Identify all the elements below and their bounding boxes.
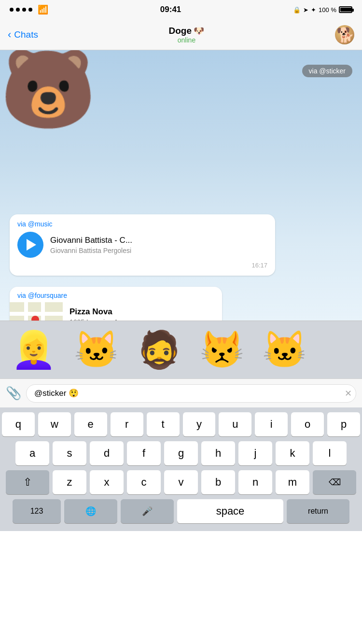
key-w[interactable]: w (38, 412, 71, 436)
status-bar: 📶 09:41 🔒 ➤ ✦ 100 % (0, 0, 362, 19)
key-e[interactable]: e (74, 412, 107, 436)
sticker-image: 🐻 (0, 50, 145, 152)
via-foursquare-label: via @foursquare (10, 287, 222, 302)
music-message: via @music Giovanni Battista - C... Giov… (10, 214, 275, 276)
key-h[interactable]: h (201, 441, 235, 465)
dot3 (22, 8, 26, 12)
bear-sticker-emoji: 🐻 (0, 50, 97, 127)
road-h1 (10, 312, 63, 316)
via-music-label: via @music (17, 220, 267, 228)
key-a[interactable]: a (15, 441, 49, 465)
nav-title: Doge 🐶 online (38, 26, 335, 44)
battery-label: 100 % (319, 6, 336, 14)
key-k[interactable]: k (276, 441, 309, 465)
key-y[interactable]: y (183, 412, 216, 436)
dot2 (16, 8, 20, 12)
key-v[interactable]: v (164, 470, 198, 494)
signal-dots (10, 8, 32, 12)
text-input-wrap: ✕ (26, 384, 356, 403)
keyboard: q w e r t y u i o p a s d f g h j k l ⇧ … (0, 407, 362, 531)
kb-row-4: 123 🌐 🎤 space return (2, 499, 360, 523)
foursquare-message: via @foursquare Pizza Nova 1605 Lemoine … (10, 287, 222, 321)
nav-bar: ‹ Chats Doge 🐶 online 🐕 (0, 19, 362, 50)
key-t[interactable]: t (147, 412, 180, 436)
music-info: Giovanni Battista - C... Giovanni Battis… (50, 236, 267, 254)
bluetooth-icon: ✦ (311, 6, 316, 14)
key-s[interactable]: s (53, 441, 86, 465)
chat-area: 🐻 16:17 via @sticker via @music Giovanni… (0, 50, 362, 321)
status-right: 🔒 ➤ ✦ 100 % (293, 6, 352, 14)
key-u[interactable]: u (219, 412, 251, 436)
kb-row-1: q w e r t y u i o p (2, 412, 360, 436)
key-g[interactable]: g (164, 441, 198, 465)
key-m[interactable]: m (276, 470, 309, 494)
via-sticker-badge: via @sticker (302, 65, 352, 77)
key-r[interactable]: r (111, 412, 143, 436)
key-x[interactable]: x (90, 470, 124, 494)
signal-area: 📶 (10, 4, 48, 15)
contact-emoji: 🐶 (194, 26, 204, 36)
key-z[interactable]: z (53, 470, 86, 494)
shift-key[interactable]: ⇧ (6, 470, 49, 494)
clear-button[interactable]: ✕ (345, 388, 352, 399)
lock-icon: 🔒 (293, 6, 301, 14)
key-c[interactable]: c (127, 470, 161, 494)
space-key[interactable]: space (177, 499, 283, 523)
message-input[interactable] (34, 389, 338, 398)
play-button[interactable] (17, 232, 43, 258)
map-grid (10, 302, 63, 321)
key-j[interactable]: j (238, 441, 272, 465)
kb-row-2: a s d f g h j k l (2, 441, 360, 465)
foursquare-content: Pizza Nova 1605 Lemoine Ave (10, 302, 222, 321)
sticker-suggestions: 👱‍♀️ 🐱 🧔 😾 🐱 (0, 321, 362, 378)
place-name: Pizza Nova (70, 307, 125, 317)
back-button[interactable]: ‹ Chats (8, 28, 38, 41)
battery-icon (339, 6, 352, 13)
numbers-key[interactable]: 123 (13, 499, 61, 523)
contact-name: Doge 🐶 (38, 26, 335, 36)
map-preview (10, 302, 63, 321)
key-q[interactable]: q (2, 412, 35, 436)
sticker-thumb-3[interactable]: 🧔 (130, 326, 188, 374)
key-b[interactable]: b (201, 470, 235, 494)
key-n[interactable]: n (238, 470, 272, 494)
attach-button[interactable]: 📎 (6, 386, 21, 401)
location-icon: ➤ (303, 6, 308, 14)
return-key[interactable]: return (287, 499, 349, 523)
place-address: 1605 Lemoine Ave (70, 318, 125, 321)
sticker-thumb-5[interactable]: 🐱 (256, 326, 314, 374)
music-artist: Giovanni Battista Pergolesi (50, 247, 267, 254)
road-v2 (41, 302, 45, 321)
play-icon (27, 239, 36, 251)
music-time: 16:17 (17, 262, 267, 269)
back-label: Chats (14, 29, 38, 40)
wifi-icon: 📶 (38, 4, 48, 15)
key-d[interactable]: d (90, 441, 124, 465)
status-time: 09:41 (160, 5, 181, 14)
music-title: Giovanni Battista - C... (50, 236, 267, 245)
sticker-thumb-2[interactable]: 🐱 (68, 326, 125, 374)
road-v1 (24, 302, 28, 321)
sticker-thumb-4[interactable]: 😾 (193, 326, 251, 374)
backspace-key[interactable]: ⌫ (313, 470, 356, 494)
kb-row-3: ⇧ z x c v b n m ⌫ (2, 470, 360, 494)
key-f[interactable]: f (127, 441, 161, 465)
input-area: 📎 ✕ (0, 378, 362, 407)
key-o[interactable]: o (291, 412, 324, 436)
key-p[interactable]: p (327, 412, 360, 436)
music-content: Giovanni Battista - C... Giovanni Battis… (17, 232, 267, 258)
key-l[interactable]: l (313, 441, 347, 465)
avatar[interactable]: 🐕 (335, 25, 354, 44)
back-chevron-icon: ‹ (8, 28, 11, 41)
place-info: Pizza Nova 1605 Lemoine Ave (63, 302, 132, 321)
mic-key[interactable]: 🎤 (121, 499, 174, 523)
dot1 (10, 8, 14, 12)
contact-status: online (38, 36, 335, 44)
globe-key[interactable]: 🌐 (64, 499, 117, 523)
dot4 (28, 8, 32, 12)
sticker-thumb-1[interactable]: 👱‍♀️ (5, 326, 63, 374)
key-i[interactable]: i (255, 412, 288, 436)
